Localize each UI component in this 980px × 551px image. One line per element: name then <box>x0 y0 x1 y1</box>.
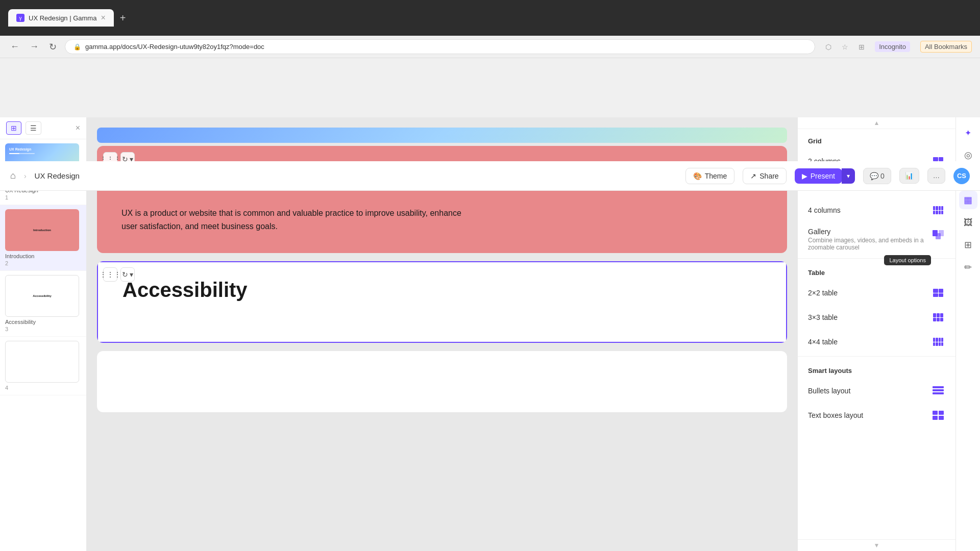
active-tab[interactable]: γ UX Redesign | Gamma × <box>8 9 114 27</box>
user-avatar[interactable]: CS <box>953 168 970 184</box>
access-menu-btn[interactable]: ⋮⋮⋮ <box>103 267 117 282</box>
doc-title: UX Redesign <box>35 171 80 180</box>
share-btn[interactable]: ↗ Share <box>743 168 786 184</box>
table-section-header: Table <box>798 261 955 281</box>
svg-rect-6 <box>933 411 938 415</box>
section-divider-1 <box>798 258 955 259</box>
main-layout: ⊞ ☰ × UX Redesign UX Redesign 1 <box>0 88 980 551</box>
chevron-down-icon: ▼ <box>874 542 880 549</box>
slide2-number: 2 <box>5 260 81 266</box>
layout-btn[interactable]: ▦ <box>959 191 977 209</box>
draw-btn[interactable]: ✏ <box>959 258 977 277</box>
slide-thumb-3: Accessibility <box>5 275 79 317</box>
layout-3x3[interactable]: 3×3 table <box>798 305 955 330</box>
chart-btn[interactable]: 📊 <box>899 168 919 184</box>
scroll-up[interactable]: ▲ <box>798 117 955 129</box>
slide-item-2[interactable]: Introduction Introduction 2 <box>0 205 86 271</box>
present-dropdown-btn[interactable]: ▾ <box>842 168 855 184</box>
svg-rect-2 <box>936 233 941 239</box>
embed-icon: ⊞ <box>964 239 972 251</box>
browser-nav: ← → ↻ 🔒 gamma.app/docs/UX-Redesign-utuw9… <box>0 36 980 58</box>
access-refresh-btn[interactable]: ↻ ▾ <box>120 267 135 282</box>
slide4-number: 4 <box>5 385 81 391</box>
breadcrumb-separator: › <box>24 172 27 180</box>
layout-2x2-label: 2×2 table <box>808 289 838 297</box>
layout-2x2[interactable]: 2×2 table <box>798 281 955 305</box>
slide-item-3[interactable]: Accessibility Accessibility 3 <box>0 271 86 337</box>
extension-icon: ⊞ <box>859 43 865 51</box>
scroll-down[interactable]: ▼ <box>798 539 955 551</box>
thumb1-label: UX Redesign <box>9 147 75 151</box>
layout-textboxes-label: Text boxes layout <box>808 411 863 419</box>
comment-icon: 💬 <box>870 172 878 180</box>
ai-icon: ✦ <box>965 128 971 138</box>
reload-btn[interactable]: ↻ <box>47 39 59 55</box>
theme-icon: 🎨 <box>693 172 702 180</box>
forward-btn[interactable]: → <box>28 39 41 54</box>
access-title: Accessibility <box>122 279 762 302</box>
svg-rect-4 <box>933 389 944 391</box>
slide-thumb-2: Introduction <box>5 209 79 251</box>
bookmark-star-icon: ☆ <box>842 43 848 51</box>
settings-icon: ◎ <box>964 149 972 161</box>
gallery-texts: Gallery Combine images, videos, and embe… <box>808 228 931 251</box>
chart-icon: 📊 <box>905 172 914 180</box>
incognito-icon: ⬡ <box>825 43 831 51</box>
slide-item-4[interactable]: 4 <box>0 337 86 395</box>
svg-rect-8 <box>933 416 938 420</box>
layout-textboxes[interactable]: Text boxes layout <box>798 403 955 428</box>
svg-rect-5 <box>933 392 944 394</box>
table-4x4-icon <box>931 335 945 349</box>
empty-card <box>97 351 787 412</box>
tab-favicon: γ <box>16 14 24 22</box>
layout-4col[interactable]: 4 columns <box>798 198 955 222</box>
layout-3x3-label: 3×3 table <box>808 313 838 321</box>
svg-rect-7 <box>939 411 944 415</box>
chevron-up-icon: ▲ <box>874 119 880 127</box>
bookmarks-label: All Bookmarks <box>920 41 972 53</box>
intro-body: UX is a product or website that is commo… <box>121 207 479 233</box>
comment-btn[interactable]: 💬 0 <box>863 168 891 184</box>
grid4-icon <box>931 203 945 217</box>
layout-icon: ▦ <box>964 194 972 206</box>
home-btn[interactable]: ⌂ <box>10 170 16 181</box>
share-icon: ↗ <box>750 172 756 180</box>
theme-btn[interactable]: 🎨 Theme <box>685 168 735 184</box>
present-btn[interactable]: ▶ Present <box>795 168 842 184</box>
incognito-label: Incognito <box>875 41 910 52</box>
gallery-icon <box>931 228 945 242</box>
browser-chrome: γ UX Redesign | Gamma × + <box>0 0 980 36</box>
app-topbar: ⌂ › UX Redesign 🎨 Theme ↗ Share ▶ Presen… <box>0 161 980 191</box>
layout-4x4[interactable]: 4×4 table <box>798 330 955 354</box>
svg-rect-3 <box>933 386 944 388</box>
address-bar[interactable]: 🔒 gamma.app/docs/UX-Redesign-utuw9ty82oy… <box>65 39 815 54</box>
play-icon: ▶ <box>802 172 807 180</box>
back-btn[interactable]: ← <box>8 39 21 54</box>
more-btn[interactable]: … <box>927 168 945 184</box>
layout-4col-label: 4 columns <box>808 206 841 214</box>
svg-rect-9 <box>939 416 944 420</box>
slide2-label: Introduction <box>5 253 81 259</box>
embed-btn[interactable]: ⊞ <box>959 236 977 254</box>
bullets-icon <box>931 384 945 398</box>
layout-bullets[interactable]: Bullets layout <box>798 379 955 403</box>
thumb1-progress <box>9 153 35 154</box>
top-header-card <box>97 128 787 143</box>
grid-section-header: Grid <box>798 129 955 149</box>
layout-gallery[interactable]: Gallery Combine images, videos, and embe… <box>798 222 955 256</box>
new-tab-btn[interactable]: + <box>120 12 126 24</box>
present-group: ▶ Present ▾ <box>795 168 855 184</box>
slide1-number: 1 <box>5 194 81 201</box>
access-card: ⋮⋮⋮ ↻ ▾ Accessibility <box>97 261 787 343</box>
grid-view-btn[interactable]: ⊞ <box>6 121 21 135</box>
access-card-content: Accessibility <box>97 261 787 343</box>
gallery-title: Gallery <box>808 228 931 236</box>
sidebar-close-btn[interactable]: × <box>76 123 80 133</box>
list-view-btn[interactable]: ☰ <box>26 121 41 135</box>
slide3-label: Accessibility <box>5 319 81 325</box>
sidebar-toolbar: ⊞ ☰ × <box>0 117 86 139</box>
image-btn[interactable]: 🖼 <box>959 213 977 232</box>
ai-assistant-btn[interactable]: ✦ <box>959 123 977 142</box>
tab-close-btn[interactable]: × <box>101 13 105 22</box>
slide3-number: 3 <box>5 326 81 332</box>
